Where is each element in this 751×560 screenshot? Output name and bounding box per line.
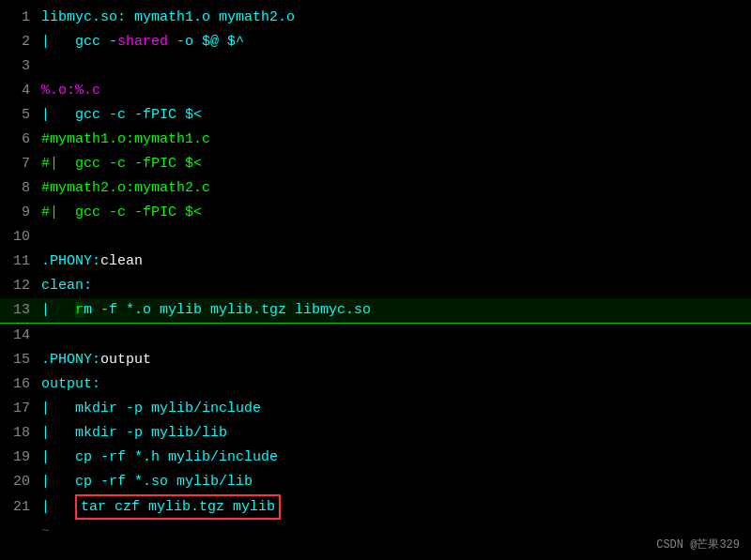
code-line-6: 6 #mymath1.o:mymath1.c [0,128,751,152]
line-text: | mkdir -p mylib/include [41,397,261,421]
code-line-11: 11 .PHONY:clean [0,250,751,274]
line-number: 12 [8,274,30,298]
line-number: 20 [8,470,30,494]
code-line-tilde: ~ [0,520,751,544]
line-number: 19 [8,446,30,470]
line-text: libmyc.so: mymath1.o mymath2.o [41,6,295,30]
code-line-7: 7 #| gcc -c -fPIC $< [0,152,751,176]
line-text: clean: [41,274,92,298]
code-line-2: 2 | gcc -shared -o $@ $^ [0,30,751,54]
code-line-21: 21 | tar czf mylib.tgz mylib [0,494,751,520]
line-number: 3 [8,54,30,79]
line-text: %.o:%.c [41,79,100,103]
line-number: 14 [8,324,30,348]
line-number: 21 [8,495,30,520]
line-text: | cp -rf *.so mylib/lib [41,470,253,494]
line-text: .PHONY:output [41,348,151,372]
line-text: #mymath2.o:mymath2.c [41,176,210,201]
code-editor: 1 libmyc.so: mymath1.o mymath2.o 2 | gcc… [0,0,751,550]
line-text: | rm -f *.o mylib mylib.tgz libmyc.so [41,298,371,323]
code-line-10: 10 [0,225,751,250]
line-number: 4 [8,79,30,103]
code-line-9: 9 #| gcc -c -fPIC $< [0,201,751,225]
line-text: | mkdir -p mylib/lib [41,421,227,446]
line-text: #mymath1.o:mymath1.c [41,128,210,152]
code-line-1: 1 libmyc.so: mymath1.o mymath2.o [0,6,751,30]
line-number: 16 [8,372,30,397]
line-number: 11 [8,250,30,274]
line-number: 7 [8,152,30,176]
line-text: ~ [41,520,50,544]
line-number: 6 [8,128,30,152]
code-line-20: 20 | cp -rf *.so mylib/lib [0,470,751,494]
line-text: #| gcc -c -fPIC $< [41,201,202,225]
code-line-19: 19 | cp -rf *.h mylib/include [0,446,751,470]
line-number: 1 [8,6,30,30]
line-number: 5 [8,103,30,128]
line-text: | cp -rf *.h mylib/include [41,446,278,470]
line-text: | tar czf mylib.tgz mylib [41,494,281,520]
code-line-4: 4 %.o:%.c [0,79,751,103]
watermark: CSDN @芒果329 [656,537,740,552]
line-number: 10 [8,225,30,250]
line-number: 15 [8,348,30,372]
line-text: output: [41,372,100,397]
line-number: 2 [8,30,30,54]
line-number: 18 [8,421,30,446]
code-line-3: 3 [0,54,751,79]
line-number: 13 [8,298,30,323]
line-text: .PHONY:clean [41,250,143,274]
line-text: #| gcc -c -fPIC $< [41,152,202,176]
line-number: 17 [8,397,30,421]
line-text: | gcc -shared -o $@ $^ [41,30,244,54]
code-line-18: 18 | mkdir -p mylib/lib [0,421,751,446]
code-line-12: 12 clean: [0,274,751,298]
line-number: 8 [8,176,30,201]
code-line-15: 15 .PHONY:output [0,348,751,372]
code-line-5: 5 | gcc -c -fPIC $< [0,103,751,128]
code-line-17: 17 | mkdir -p mylib/include [0,397,751,421]
code-line-8: 8 #mymath2.o:mymath2.c [0,176,751,201]
line-text: | gcc -c -fPIC $< [41,103,202,128]
code-line-14: 14 [0,324,751,348]
line-number: 9 [8,201,30,225]
code-line-13: 13 | rm -f *.o mylib mylib.tgz libmyc.so [0,298,751,324]
code-line-16: 16 output: [0,372,751,397]
